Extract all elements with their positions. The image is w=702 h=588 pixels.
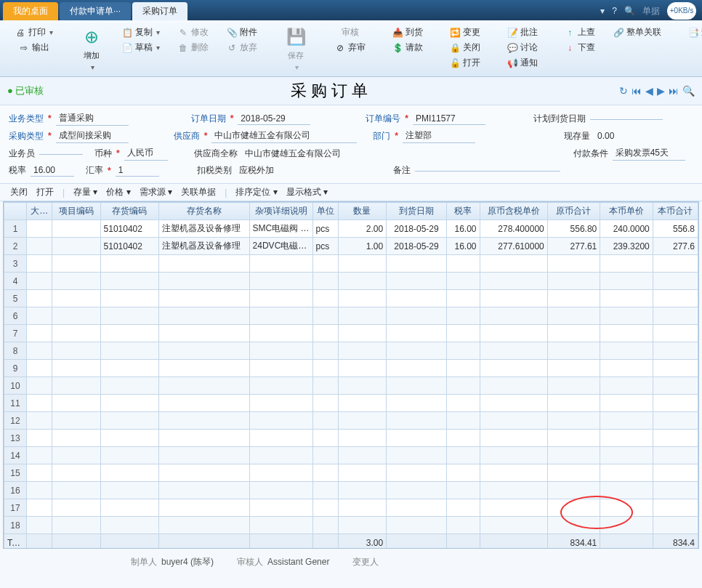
nav-icons: ↻ ⏮ ◀ ▶ ⏭ 🔍 xyxy=(619,85,695,97)
table-row[interactable]: 6 xyxy=(4,307,698,325)
col-misc[interactable]: 杂项详细说明 xyxy=(249,203,312,220)
table-row[interactable]: 10 xyxy=(4,377,698,395)
value-plan-arrive[interactable] xyxy=(590,118,663,120)
first-icon[interactable]: ⏮ xyxy=(632,85,642,97)
table-row[interactable]: 17 xyxy=(4,499,698,517)
purchase-grid[interactable]: 大… 项目编码 存货编码 存货名称 杂项详细说明 单位 数量 到货日期 税率 原… xyxy=(4,202,698,549)
col-arrive-date[interactable]: 到货日期 xyxy=(387,203,447,220)
draft-button[interactable]: 📄草稿▾ xyxy=(118,40,163,55)
close-button[interactable]: 🔒关闭 xyxy=(446,40,483,55)
value-biz-type[interactable]: 普通采购 xyxy=(56,111,129,126)
request-pay-button[interactable]: 💲请款 xyxy=(389,40,426,55)
change-icon: 🔁 xyxy=(449,27,461,39)
help-icon[interactable]: ? xyxy=(612,6,617,16)
approve-note-button[interactable]: 📝批注 xyxy=(504,25,541,40)
top-right-icons: ▾ ? 🔍 单据 +0KB/s xyxy=(600,2,696,20)
value-pay-term[interactable]: 采购发票45天 xyxy=(613,146,685,161)
value-dept[interactable]: 注塑部 xyxy=(403,129,475,143)
value-order-date[interactable]: 2018-05-29 xyxy=(238,113,310,125)
drop-button[interactable]: ↺放弃 xyxy=(223,40,260,55)
tab-purchase-order[interactable]: 采购订单 xyxy=(132,2,187,20)
table-row[interactable]: 13 xyxy=(4,430,698,447)
sub-relation[interactable]: 关联单据 xyxy=(181,186,216,198)
table-row[interactable]: 12 xyxy=(4,412,698,430)
table-row[interactable]: 4 xyxy=(4,273,698,290)
refresh-icon[interactable]: ↻ xyxy=(619,85,628,97)
discuss-button[interactable]: 💬讨论 xyxy=(504,40,541,55)
save-button[interactable]: 💾保存▾ xyxy=(281,25,311,73)
sub-open[interactable]: 打开 xyxy=(36,186,54,198)
printer-icon: 🖨 xyxy=(15,27,26,39)
search-icon[interactable]: 🔍 xyxy=(682,85,695,97)
bell-icon: 📢 xyxy=(507,57,518,69)
table-row[interactable]: 15 xyxy=(4,464,698,482)
top-search-placeholder[interactable]: 单据 xyxy=(642,5,660,17)
col-big[interactable]: 大… xyxy=(27,203,52,220)
sub-display[interactable]: 显示格式 ▾ xyxy=(286,186,328,198)
table-row[interactable]: 151010402注塑机器及设备修理SMC电磁阀 …pcs2.002018-05… xyxy=(4,220,698,238)
col-inv-name[interactable]: 存货名称 xyxy=(159,203,249,220)
print-button[interactable]: 🖨打印▾ xyxy=(12,25,56,40)
table-row[interactable]: 7 xyxy=(4,325,698,342)
col-project-code[interactable]: 项目编码 xyxy=(52,203,100,220)
value-exchange[interactable]: 1 xyxy=(116,164,159,177)
add-button[interactable]: ⊕增加▾ xyxy=(76,25,107,73)
value-supplier[interactable]: 中山市健雄五金有限公司 xyxy=(211,129,357,143)
value-order-no[interactable]: PMI11577 xyxy=(413,113,485,125)
attachment-button[interactable]: 📎附件 xyxy=(223,25,260,40)
value-tax-rate[interactable]: 16.00 xyxy=(31,164,74,177)
table-row[interactable]: 18 xyxy=(4,517,698,534)
modify-button[interactable]: ✎修改 xyxy=(174,25,211,40)
value-currency[interactable]: 人民币 xyxy=(124,146,168,161)
grid-wrap: 大… 项目编码 存货编码 存货名称 杂项详细说明 单位 数量 到货日期 税率 原… xyxy=(3,201,699,549)
top-search-icon[interactable]: 🔍 xyxy=(624,6,635,16)
change-button[interactable]: 🔁变更 xyxy=(446,25,483,40)
col-orig-sum[interactable]: 原币合计 xyxy=(547,203,600,220)
money-icon: 💲 xyxy=(392,42,403,54)
col-local-price[interactable]: 本币单价 xyxy=(600,203,653,220)
copy-button[interactable]: 📋复制▾ xyxy=(118,25,163,40)
last-icon[interactable]: ⏭ xyxy=(669,85,679,97)
tab-desktop[interactable]: 我的桌面 xyxy=(3,2,58,20)
sub-stock[interactable]: 存量 ▾ xyxy=(73,186,97,198)
table-row[interactable]: 251010402注塑机器及设备修理24DVC电磁…pcs1.002018-05… xyxy=(4,238,698,255)
col-qty[interactable]: 数量 xyxy=(338,203,386,220)
table-row[interactable]: 9 xyxy=(4,360,698,377)
next-icon[interactable]: ▶ xyxy=(657,85,665,97)
sub-price[interactable]: 价格 ▾ xyxy=(106,186,130,198)
col-rownum[interactable] xyxy=(4,203,27,220)
dropdown-icon[interactable]: ▾ xyxy=(600,6,605,16)
col-unit[interactable]: 单位 xyxy=(312,203,338,220)
tab-payment[interactable]: 付款申请单··· xyxy=(60,2,131,20)
output-button[interactable]: ⇨输出 xyxy=(15,40,52,55)
value-purchase-type[interactable]: 成型间接采购 xyxy=(56,129,129,143)
table-row[interactable]: 11 xyxy=(4,395,698,412)
sub-sort[interactable]: 排序定位 ▾ xyxy=(235,186,277,198)
drop-icon: ↺ xyxy=(226,42,238,54)
table-row[interactable]: 3 xyxy=(4,255,698,273)
value-remark[interactable] xyxy=(415,169,560,172)
notify-button[interactable]: 📢通知 xyxy=(504,55,541,71)
sub-close[interactable]: 关闭 xyxy=(10,186,28,198)
whole-relate-button[interactable]: 🔗整单关联 xyxy=(610,25,664,40)
table-row[interactable]: 5 xyxy=(4,290,698,307)
col-orig-tax-price[interactable]: 原币含税单价 xyxy=(480,203,547,220)
query-up-button[interactable]: ↑上查 xyxy=(561,25,598,40)
view-log-button[interactable]: 📑查看日志▾ xyxy=(685,25,702,40)
query-down-button[interactable]: ↓下查 xyxy=(561,40,598,55)
sub-demand[interactable]: 需求源 ▾ xyxy=(140,186,172,198)
open-button[interactable]: 🔓打开 xyxy=(446,55,483,71)
col-tax-rate[interactable]: 税率 xyxy=(446,203,480,220)
value-buyer[interactable] xyxy=(39,153,83,155)
delete-button[interactable]: 🗑删除 xyxy=(174,40,211,55)
unlock-icon: 🔓 xyxy=(449,57,461,69)
arrival-button[interactable]: 📥到货 xyxy=(389,25,426,40)
abandon-button[interactable]: ⊘弃审 xyxy=(331,40,368,55)
col-inv-code[interactable]: 存货编码 xyxy=(100,203,159,220)
col-local-sum[interactable]: 本币合计 xyxy=(653,203,698,220)
table-row[interactable]: 14 xyxy=(4,447,698,464)
audit-button[interactable]: 审核 xyxy=(339,25,362,40)
table-row[interactable]: 16 xyxy=(4,482,698,499)
table-row[interactable]: 8 xyxy=(4,342,698,360)
prev-icon[interactable]: ◀ xyxy=(645,85,653,97)
